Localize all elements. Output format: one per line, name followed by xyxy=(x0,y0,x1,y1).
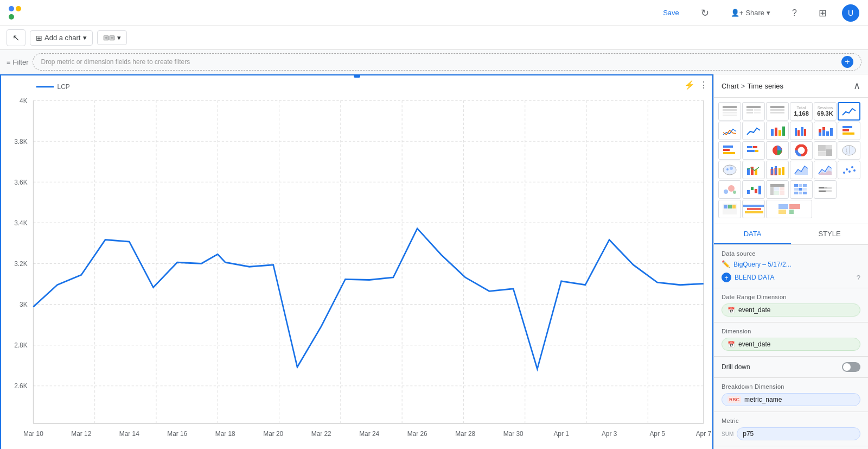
svg-point-106 xyxy=(853,169,856,172)
chart-type-table[interactable] xyxy=(718,102,741,121)
chart-type-area[interactable] xyxy=(790,161,813,179)
chart-type-pivot[interactable] xyxy=(766,180,789,199)
chart-type-hbar[interactable] xyxy=(838,122,860,140)
chart-type-heatmap[interactable] xyxy=(790,180,813,199)
svg-text:Mar 26: Mar 26 xyxy=(407,430,427,438)
filter-icon: ≡ xyxy=(7,58,11,66)
chart-type-scatter[interactable] xyxy=(838,161,860,179)
blend-data-row[interactable]: + BLEND DATA ? xyxy=(722,273,860,282)
svg-text:Mar 22: Mar 22 xyxy=(311,430,331,438)
avatar[interactable]: U xyxy=(842,4,859,22)
svg-rect-136 xyxy=(724,205,727,208)
panel-close-button[interactable]: ∧ xyxy=(853,80,860,92)
svg-text:3.6K: 3.6K xyxy=(14,179,28,186)
arrange-button[interactable]: ⊞⊞ ▾ xyxy=(97,30,127,45)
svg-rect-87 xyxy=(826,149,832,156)
svg-text:Mar 30: Mar 30 xyxy=(503,430,524,438)
svg-rect-121 xyxy=(799,184,802,187)
refresh-button[interactable]: ↻ xyxy=(694,4,716,22)
svg-text:Mar 20: Mar 20 xyxy=(263,430,283,438)
tab-style[interactable]: STYLE xyxy=(791,224,868,244)
svg-text:Apr 1: Apr 1 xyxy=(553,430,569,438)
svg-rect-57 xyxy=(770,112,784,113)
svg-rect-128 xyxy=(803,192,807,194)
chart-type-treemap[interactable] xyxy=(814,141,837,160)
svg-rect-124 xyxy=(799,188,802,191)
chart-type-sparkline[interactable] xyxy=(718,122,741,140)
svg-rect-114 xyxy=(770,184,784,187)
filter-drop-zone[interactable]: Drop metric or dimension fields here to … xyxy=(33,53,861,71)
svg-text:3K: 3K xyxy=(20,301,28,308)
arrange-chevron: ▾ xyxy=(117,34,121,42)
chart-type-stackedbar[interactable] xyxy=(814,122,837,140)
svg-rect-46 xyxy=(723,106,737,108)
resize-handle-top[interactable] xyxy=(354,74,360,78)
svg-rect-142 xyxy=(778,204,788,209)
chart-type-bar-combo[interactable] xyxy=(766,161,789,179)
svg-rect-51 xyxy=(746,109,753,111)
optional-metrics-section: Optional metrics xyxy=(714,446,868,449)
svg-text:Apr 7: Apr 7 xyxy=(696,430,712,438)
panel-header: Chart > Time series ∧ xyxy=(714,74,868,98)
chart-type-custom1[interactable] xyxy=(766,200,812,218)
chart-type-row-2 xyxy=(718,122,864,140)
svg-rect-98 xyxy=(775,166,777,175)
breakdown-field[interactable]: RBC metric_name xyxy=(722,393,860,406)
chart-type-bullet[interactable] xyxy=(814,180,837,199)
chart-type-scorecard[interactable]: Sessions 69.3K xyxy=(814,102,837,121)
chart-type-pie[interactable] xyxy=(766,141,789,160)
dimension-field[interactable]: 📅 event_date xyxy=(722,338,860,351)
svg-rect-78 xyxy=(747,146,752,148)
data-source-name[interactable]: BigQuery – 5/17/2... xyxy=(733,261,792,268)
filter-add-button[interactable]: + xyxy=(841,56,853,68)
chart-type-gantt[interactable] xyxy=(742,200,765,218)
add-person-icon: 👤+ xyxy=(731,9,744,17)
svg-rect-112 xyxy=(755,189,757,193)
chart-type-area2[interactable] xyxy=(814,161,837,179)
chart-type-bar[interactable] xyxy=(766,122,789,140)
svg-rect-120 xyxy=(794,184,798,187)
breakdown-value: metric_name xyxy=(744,396,782,403)
chart-type-waterfall[interactable] xyxy=(742,180,765,199)
share-button[interactable]: 👤+ Share ▾ xyxy=(724,5,777,20)
chart-type-line[interactable] xyxy=(742,122,765,140)
chart-lightning-button[interactable]: ⚡ xyxy=(684,80,695,90)
svg-rect-50 xyxy=(746,106,761,108)
save-button[interactable]: Save xyxy=(656,5,686,20)
svg-rect-53 xyxy=(746,112,753,113)
svg-rect-119 xyxy=(780,191,784,195)
help-button[interactable]: ? xyxy=(786,5,803,21)
breakdown-icon: RBC xyxy=(727,396,741,403)
svg-rect-88 xyxy=(818,152,826,156)
chart-type-total[interactable]: Total 1,168 xyxy=(790,102,813,121)
chart-type-hbar2[interactable] xyxy=(718,141,741,160)
cursor-tool-button[interactable]: ↖ xyxy=(7,29,25,46)
chart-more-button[interactable]: ⋮ xyxy=(699,80,708,90)
chart-type-timeseries[interactable] xyxy=(838,102,860,121)
chart-type-gauge[interactable] xyxy=(718,200,741,218)
svg-point-92 xyxy=(730,167,733,170)
chart-type-table2[interactable] xyxy=(742,102,765,121)
svg-text:Mar 28: Mar 28 xyxy=(455,430,475,438)
chart-type-donut[interactable] xyxy=(790,141,813,160)
chart-type-table3[interactable] xyxy=(766,102,789,121)
chart-type-multibar[interactable] xyxy=(790,122,813,140)
help-icon[interactable]: ? xyxy=(857,274,860,282)
tab-data[interactable]: DATA xyxy=(714,224,791,244)
chart-type-column-combo[interactable] xyxy=(742,161,765,179)
metric-row: SUM p75 xyxy=(722,427,860,440)
chart-type-geomap[interactable] xyxy=(718,161,741,179)
add-chart-button[interactable]: ⊞ Add a chart ▾ xyxy=(30,30,93,46)
svg-rect-122 xyxy=(803,184,807,187)
apps-button[interactable]: ⊞ xyxy=(812,4,833,22)
svg-point-109 xyxy=(733,191,736,194)
chart-header-controls: ⚡ ⋮ xyxy=(684,80,708,90)
chart-type-bubble[interactable] xyxy=(718,180,741,199)
metric-prefix: SUM xyxy=(722,431,733,437)
drill-down-toggle[interactable] xyxy=(842,362,860,372)
date-range-field[interactable]: 📅 event_date xyxy=(722,303,860,317)
svg-rect-143 xyxy=(789,204,800,209)
metric-field[interactable]: p75 xyxy=(737,427,860,440)
chart-type-map[interactable] xyxy=(838,141,860,160)
chart-type-hstacked[interactable] xyxy=(742,141,765,160)
